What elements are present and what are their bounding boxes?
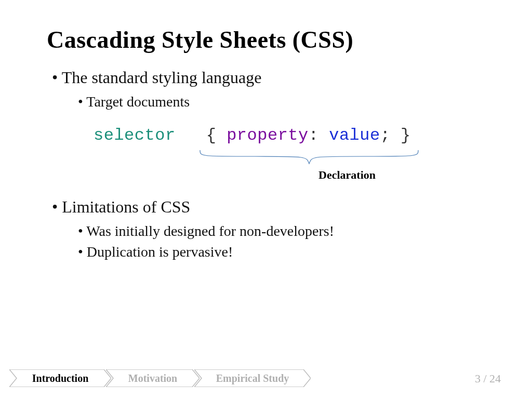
code-colon: : [309,126,319,145]
bullet-l1: Limitations of CSS [52,197,485,217]
code-example: selector { property: value; } [94,126,485,145]
bullet-l1: The standard styling language [52,68,485,87]
page-number: 3 / 24 [475,372,501,385]
nav-empirical-study[interactable]: Empirical Study [194,369,311,387]
code-selector: selector [94,126,176,145]
page-total: 24 [489,372,501,385]
slide: Cascading Style Sheets (CSS) The standar… [0,0,532,399]
bullet-l2: Was initially designed for non-developer… [78,223,485,240]
slide-title: Cascading Style Sheets (CSS) [47,26,485,54]
bullet-l2: Target documents [78,94,485,110]
page-sep: / [481,372,489,385]
nav-introduction[interactable]: Introduction [9,369,111,387]
code-open-brace: { [206,126,217,145]
breadcrumb-nav: Introduction Motivation Empirical Study [9,369,311,388]
bullet-l2: Duplication is pervasive! [78,244,485,260]
page-current: 3 [475,372,481,385]
bullet-list: The standard styling language Target doc… [47,68,485,110]
code-semicolon: ; [380,126,391,145]
code-close-brace: } [401,126,411,145]
bullet-list-2: Limitations of CSS Was initially designe… [47,197,485,260]
declaration-label: Declaration [94,168,532,182]
curly-brace-annotation [94,149,353,167]
code-value: value [329,126,380,145]
footer: Introduction Motivation Empirical Study … [0,369,532,388]
nav-motivation[interactable]: Motivation [106,369,200,387]
curly-brace-icon [197,149,421,166]
code-property: property [227,126,309,145]
